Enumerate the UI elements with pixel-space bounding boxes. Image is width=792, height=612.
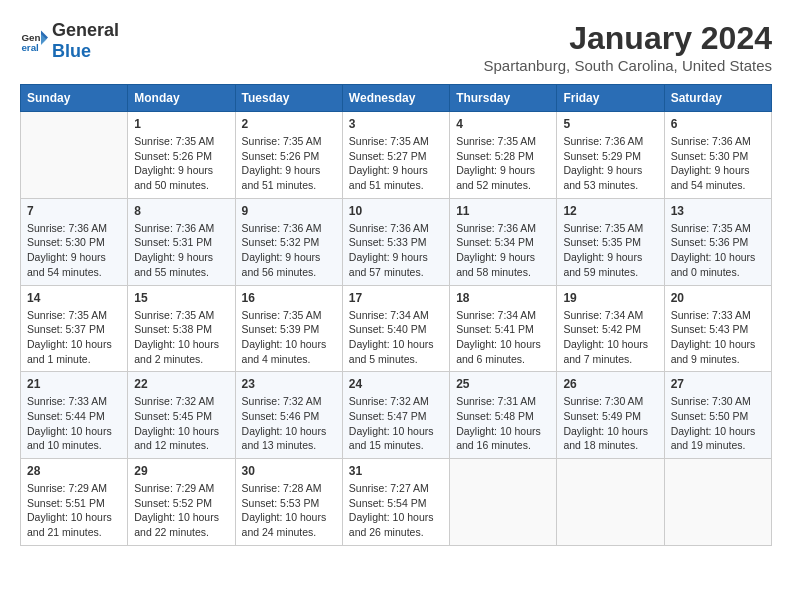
calendar-cell	[21, 112, 128, 199]
day-info: Sunrise: 7:35 AMSunset: 5:36 PMDaylight:…	[671, 221, 765, 280]
calendar-title: January 2024	[483, 20, 772, 57]
day-info: Sunrise: 7:36 AMSunset: 5:32 PMDaylight:…	[242, 221, 336, 280]
day-info: Sunrise: 7:32 AMSunset: 5:46 PMDaylight:…	[242, 394, 336, 453]
calendar-cell	[450, 459, 557, 546]
calendar-week-row: 14Sunrise: 7:35 AMSunset: 5:37 PMDayligh…	[21, 285, 772, 372]
calendar-cell: 30Sunrise: 7:28 AMSunset: 5:53 PMDayligh…	[235, 459, 342, 546]
day-info: Sunrise: 7:35 AMSunset: 5:38 PMDaylight:…	[134, 308, 228, 367]
day-number: 29	[134, 464, 228, 478]
day-info: Sunrise: 7:35 AMSunset: 5:37 PMDaylight:…	[27, 308, 121, 367]
day-number: 21	[27, 377, 121, 391]
calendar-header-row: Sunday Monday Tuesday Wednesday Thursday…	[21, 85, 772, 112]
page-header: Gen eral General Blue January 2024 Spart…	[20, 20, 772, 74]
day-info: Sunrise: 7:36 AMSunset: 5:33 PMDaylight:…	[349, 221, 443, 280]
calendar-cell: 14Sunrise: 7:35 AMSunset: 5:37 PMDayligh…	[21, 285, 128, 372]
calendar-cell: 11Sunrise: 7:36 AMSunset: 5:34 PMDayligh…	[450, 198, 557, 285]
day-info: Sunrise: 7:36 AMSunset: 5:30 PMDaylight:…	[671, 134, 765, 193]
calendar-cell	[664, 459, 771, 546]
day-number: 25	[456, 377, 550, 391]
header-friday: Friday	[557, 85, 664, 112]
calendar-cell: 20Sunrise: 7:33 AMSunset: 5:43 PMDayligh…	[664, 285, 771, 372]
header-monday: Monday	[128, 85, 235, 112]
header-tuesday: Tuesday	[235, 85, 342, 112]
calendar-cell: 22Sunrise: 7:32 AMSunset: 5:45 PMDayligh…	[128, 372, 235, 459]
logo: Gen eral General Blue	[20, 20, 119, 62]
day-info: Sunrise: 7:36 AMSunset: 5:30 PMDaylight:…	[27, 221, 121, 280]
day-number: 20	[671, 291, 765, 305]
calendar-cell: 28Sunrise: 7:29 AMSunset: 5:51 PMDayligh…	[21, 459, 128, 546]
calendar-cell: 6Sunrise: 7:36 AMSunset: 5:30 PMDaylight…	[664, 112, 771, 199]
day-number: 31	[349, 464, 443, 478]
day-number: 9	[242, 204, 336, 218]
day-number: 3	[349, 117, 443, 131]
calendar-cell: 23Sunrise: 7:32 AMSunset: 5:46 PMDayligh…	[235, 372, 342, 459]
header-saturday: Saturday	[664, 85, 771, 112]
calendar-cell: 9Sunrise: 7:36 AMSunset: 5:32 PMDaylight…	[235, 198, 342, 285]
day-number: 19	[563, 291, 657, 305]
day-number: 1	[134, 117, 228, 131]
day-info: Sunrise: 7:32 AMSunset: 5:47 PMDaylight:…	[349, 394, 443, 453]
day-info: Sunrise: 7:33 AMSunset: 5:44 PMDaylight:…	[27, 394, 121, 453]
calendar-cell: 3Sunrise: 7:35 AMSunset: 5:27 PMDaylight…	[342, 112, 449, 199]
day-info: Sunrise: 7:36 AMSunset: 5:34 PMDaylight:…	[456, 221, 550, 280]
day-info: Sunrise: 7:30 AMSunset: 5:49 PMDaylight:…	[563, 394, 657, 453]
header-wednesday: Wednesday	[342, 85, 449, 112]
calendar-cell: 24Sunrise: 7:32 AMSunset: 5:47 PMDayligh…	[342, 372, 449, 459]
day-number: 18	[456, 291, 550, 305]
day-info: Sunrise: 7:35 AMSunset: 5:28 PMDaylight:…	[456, 134, 550, 193]
day-info: Sunrise: 7:34 AMSunset: 5:41 PMDaylight:…	[456, 308, 550, 367]
day-number: 22	[134, 377, 228, 391]
calendar-cell: 18Sunrise: 7:34 AMSunset: 5:41 PMDayligh…	[450, 285, 557, 372]
day-info: Sunrise: 7:34 AMSunset: 5:40 PMDaylight:…	[349, 308, 443, 367]
day-number: 24	[349, 377, 443, 391]
day-info: Sunrise: 7:35 AMSunset: 5:26 PMDaylight:…	[242, 134, 336, 193]
calendar-cell: 10Sunrise: 7:36 AMSunset: 5:33 PMDayligh…	[342, 198, 449, 285]
day-number: 14	[27, 291, 121, 305]
calendar-cell: 17Sunrise: 7:34 AMSunset: 5:40 PMDayligh…	[342, 285, 449, 372]
day-info: Sunrise: 7:36 AMSunset: 5:29 PMDaylight:…	[563, 134, 657, 193]
day-info: Sunrise: 7:28 AMSunset: 5:53 PMDaylight:…	[242, 481, 336, 540]
day-number: 13	[671, 204, 765, 218]
logo-general: General	[52, 20, 119, 40]
calendar-cell: 4Sunrise: 7:35 AMSunset: 5:28 PMDaylight…	[450, 112, 557, 199]
calendar-cell: 19Sunrise: 7:34 AMSunset: 5:42 PMDayligh…	[557, 285, 664, 372]
header-thursday: Thursday	[450, 85, 557, 112]
day-number: 11	[456, 204, 550, 218]
calendar-cell: 27Sunrise: 7:30 AMSunset: 5:50 PMDayligh…	[664, 372, 771, 459]
calendar-cell: 8Sunrise: 7:36 AMSunset: 5:31 PMDaylight…	[128, 198, 235, 285]
logo-blue: Blue	[52, 41, 91, 61]
day-info: Sunrise: 7:34 AMSunset: 5:42 PMDaylight:…	[563, 308, 657, 367]
day-number: 6	[671, 117, 765, 131]
day-number: 10	[349, 204, 443, 218]
day-info: Sunrise: 7:35 AMSunset: 5:27 PMDaylight:…	[349, 134, 443, 193]
day-info: Sunrise: 7:29 AMSunset: 5:51 PMDaylight:…	[27, 481, 121, 540]
day-number: 4	[456, 117, 550, 131]
calendar-cell: 7Sunrise: 7:36 AMSunset: 5:30 PMDaylight…	[21, 198, 128, 285]
day-info: Sunrise: 7:31 AMSunset: 5:48 PMDaylight:…	[456, 394, 550, 453]
day-number: 7	[27, 204, 121, 218]
title-block: January 2024 Spartanburg, South Carolina…	[483, 20, 772, 74]
day-number: 27	[671, 377, 765, 391]
day-info: Sunrise: 7:35 AMSunset: 5:39 PMDaylight:…	[242, 308, 336, 367]
calendar-table: Sunday Monday Tuesday Wednesday Thursday…	[20, 84, 772, 546]
calendar-cell: 16Sunrise: 7:35 AMSunset: 5:39 PMDayligh…	[235, 285, 342, 372]
day-info: Sunrise: 7:36 AMSunset: 5:31 PMDaylight:…	[134, 221, 228, 280]
day-info: Sunrise: 7:35 AMSunset: 5:26 PMDaylight:…	[134, 134, 228, 193]
day-number: 28	[27, 464, 121, 478]
calendar-cell: 2Sunrise: 7:35 AMSunset: 5:26 PMDaylight…	[235, 112, 342, 199]
calendar-week-row: 28Sunrise: 7:29 AMSunset: 5:51 PMDayligh…	[21, 459, 772, 546]
calendar-week-row: 21Sunrise: 7:33 AMSunset: 5:44 PMDayligh…	[21, 372, 772, 459]
day-number: 26	[563, 377, 657, 391]
calendar-cell: 13Sunrise: 7:35 AMSunset: 5:36 PMDayligh…	[664, 198, 771, 285]
calendar-cell: 21Sunrise: 7:33 AMSunset: 5:44 PMDayligh…	[21, 372, 128, 459]
day-info: Sunrise: 7:30 AMSunset: 5:50 PMDaylight:…	[671, 394, 765, 453]
calendar-subtitle: Spartanburg, South Carolina, United Stat…	[483, 57, 772, 74]
calendar-cell: 25Sunrise: 7:31 AMSunset: 5:48 PMDayligh…	[450, 372, 557, 459]
day-info: Sunrise: 7:27 AMSunset: 5:54 PMDaylight:…	[349, 481, 443, 540]
calendar-cell: 1Sunrise: 7:35 AMSunset: 5:26 PMDaylight…	[128, 112, 235, 199]
day-number: 8	[134, 204, 228, 218]
calendar-week-row: 1Sunrise: 7:35 AMSunset: 5:26 PMDaylight…	[21, 112, 772, 199]
calendar-cell: 12Sunrise: 7:35 AMSunset: 5:35 PMDayligh…	[557, 198, 664, 285]
day-number: 17	[349, 291, 443, 305]
calendar-cell: 31Sunrise: 7:27 AMSunset: 5:54 PMDayligh…	[342, 459, 449, 546]
